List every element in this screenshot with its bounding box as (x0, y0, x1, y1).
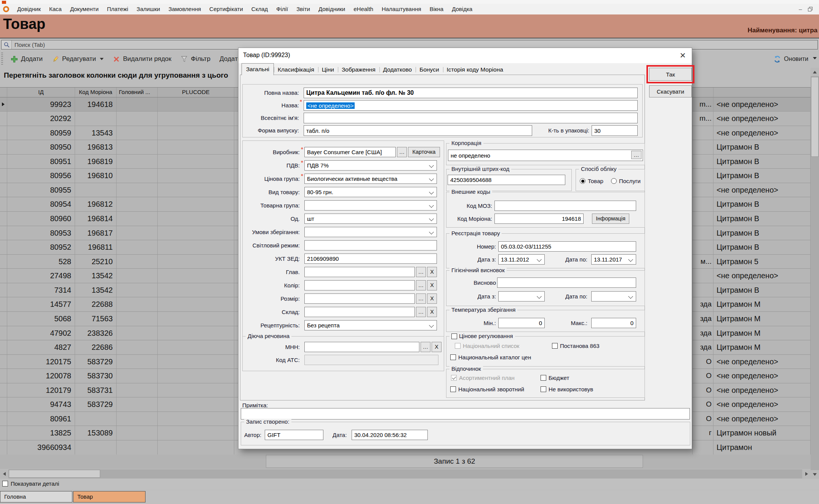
dialog-tab[interactable]: Класифікація (274, 64, 318, 75)
hygiene-date-from-field[interactable] (498, 291, 545, 301)
select-field[interactable] (304, 227, 437, 237)
mnn-field[interactable] (304, 342, 419, 352)
lookup-field[interactable] (304, 267, 415, 277)
menu-item[interactable]: Залишки (133, 4, 165, 14)
temp-max-field[interactable]: 0 (591, 318, 636, 328)
select-field[interactable]: ПДВ 7% (304, 160, 437, 171)
lookup-button[interactable]: … (416, 307, 426, 317)
column-header[interactable]: ІД (7, 88, 75, 97)
scroll-left-icon[interactable] (0, 469, 8, 478)
world-name-field[interactable] (304, 113, 638, 123)
dialog-tab[interactable]: Історія коду Моріона (443, 64, 507, 75)
menu-item[interactable]: Сертифікати (205, 4, 247, 14)
toolbar-add-button[interactable]: Додати (6, 51, 47, 67)
moz-code-field[interactable] (494, 201, 636, 211)
clear-button[interactable]: X (427, 280, 437, 290)
dialog-tab[interactable]: Додатково (379, 64, 416, 75)
menu-item[interactable]: Філії (272, 4, 292, 14)
registration-date-from-field[interactable]: 13.11.2012 (498, 254, 545, 265)
dialog-tab[interactable]: Загальні (242, 63, 274, 75)
show-details-checkbox[interactable] (2, 481, 8, 486)
morion-code-field[interactable]: 194618 (494, 214, 584, 224)
scroll-right-icon[interactable] (802, 469, 811, 478)
checkbox-budget[interactable]: Бюджет (541, 375, 569, 381)
menu-item[interactable]: Документи (66, 4, 103, 14)
corporation-lookup-button[interactable]: … (631, 151, 641, 159)
dialog-tab[interactable]: Зображення (338, 64, 379, 75)
created-date-field[interactable]: 30.04.2020 08:56:32 (352, 430, 428, 440)
toolbar-delete-row-button[interactable]: Видалити рядок (108, 51, 176, 67)
column-header[interactable]: Код Моріона (75, 88, 117, 97)
toolbar-edit-button[interactable]: Редагувати (47, 51, 108, 67)
bottom-tab-tovar[interactable]: Товар (73, 491, 146, 502)
horizontal-scrollbar[interactable] (0, 469, 811, 478)
cancel-button[interactable]: Скасувати (649, 85, 692, 97)
registration-date-to-field[interactable]: 13.11.2017 (591, 254, 636, 265)
minimize-button[interactable]: – (799, 6, 802, 12)
checkbox-postanova-863[interactable]: Постанова 863 (552, 343, 600, 349)
menu-item[interactable]: Каса (45, 4, 66, 14)
lookup-field[interactable] (304, 280, 415, 290)
menu-item[interactable]: Замовлення (164, 4, 205, 14)
bottom-tab-golovna[interactable]: Головна (0, 491, 72, 502)
refresh-button[interactable]: Оновити (774, 56, 819, 63)
author-field[interactable]: GIFT (265, 430, 323, 440)
menu-item[interactable]: Звіти (292, 4, 314, 14)
hygiene-date-to-field[interactable] (591, 291, 636, 301)
clear-button[interactable]: X (427, 307, 437, 317)
lookup-button[interactable]: … (397, 147, 407, 157)
mnn-lookup-button[interactable]: … (421, 342, 430, 352)
text-field[interactable]: 2106909890 (304, 254, 437, 264)
menu-item[interactable]: Довідник (13, 4, 45, 14)
select-field[interactable]: Биологически активные вещества (304, 174, 437, 184)
temp-min-field[interactable]: 0 (498, 318, 545, 328)
name-field[interactable]: <не определено> (304, 100, 638, 111)
lookup-button[interactable]: … (416, 293, 426, 304)
toolbar-grip-handle[interactable] (1, 53, 3, 65)
menu-item[interactable]: Налаштування (378, 4, 425, 14)
toolbar-overflow-icon[interactable] (813, 57, 817, 59)
scroll-down-icon[interactable] (811, 470, 819, 478)
radio-goods[interactable]: Товар (580, 178, 603, 184)
menu-item[interactable]: Платежі (103, 4, 133, 14)
dialog-tab[interactable]: Бонуси (416, 64, 443, 75)
vertical-scrollbar[interactable] (811, 68, 819, 478)
menu-item[interactable]: Склад (247, 4, 272, 14)
lookup-button[interactable]: … (416, 280, 426, 290)
column-header[interactable]: Головний ... (117, 88, 158, 97)
checkbox-assortment-plan[interactable]: Асортиментний план (451, 375, 515, 381)
toolbar-filter-button[interactable]: Фільтр (176, 51, 215, 67)
menu-item[interactable]: Вікна (425, 4, 448, 14)
menu-item[interactable]: eHealth (349, 4, 378, 14)
checkbox-not-used[interactable]: Не використовув (541, 386, 593, 392)
lookup-field[interactable] (304, 293, 415, 304)
note-field[interactable] (241, 408, 690, 419)
lookup-field[interactable] (304, 307, 415, 317)
lookup-button[interactable]: … (416, 267, 426, 277)
card-button[interactable]: Карточка (408, 147, 440, 157)
hygiene-conclusion-field[interactable] (497, 278, 636, 288)
checkbox-national-catalog[interactable]: Национальный каталог цен (450, 354, 531, 360)
full-name-field[interactable]: Цитра Кальцемин таб. п/о фл. № 30 (304, 88, 638, 98)
ok-button[interactable]: Так (649, 68, 692, 81)
select-field[interactable]: шт (304, 214, 437, 224)
select-field[interactable] (304, 200, 437, 211)
menu-item[interactable]: Довідка (448, 4, 477, 14)
radio-services[interactable]: Послуги (611, 178, 641, 184)
select-field[interactable]: 80-95 грн. (304, 187, 437, 197)
group-caption-checkbox[interactable]: Цінове регулювання (449, 333, 515, 339)
scroll-up-icon[interactable] (811, 68, 819, 76)
clear-button[interactable]: X (427, 267, 437, 277)
mnn-clear-button[interactable]: X (432, 342, 441, 352)
info-button[interactable]: Інформація (592, 214, 629, 224)
corporation-field[interactable]: не определено … (448, 150, 643, 161)
internal-barcode-field[interactable]: 4250369504688 (448, 175, 565, 185)
checkbox-national-list[interactable]: Національний список (455, 343, 519, 349)
column-header[interactable]: PLUCODE (158, 88, 234, 97)
release-form-field[interactable]: табл. п/о (304, 125, 532, 136)
clear-button[interactable]: X (427, 293, 437, 304)
dialog-close-icon[interactable]: × (680, 49, 686, 61)
dialog-tab[interactable]: Ціни (318, 64, 338, 75)
registration-number-field[interactable]: 05.03.02-03/111255 (498, 241, 636, 252)
pack-count-field[interactable]: 30 (592, 125, 638, 136)
